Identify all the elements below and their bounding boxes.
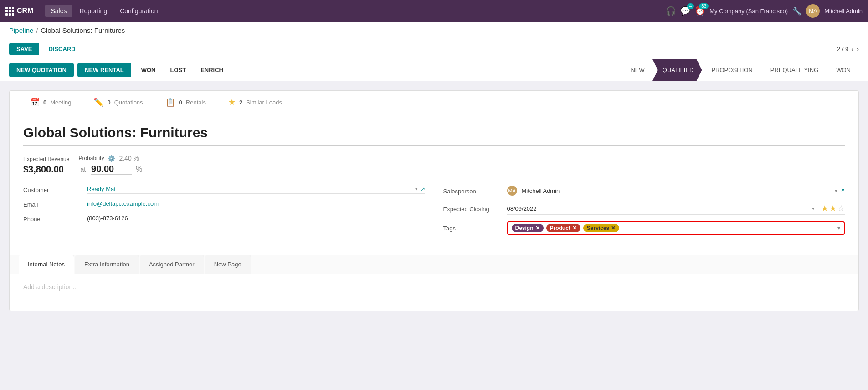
salesperson-field[interactable]: MA Mitchell Admin ▾ ↗ [507, 186, 845, 197]
tag-services-label: Services [587, 225, 609, 231]
similar-leads-star-icon: ★ [228, 97, 236, 107]
lost-button[interactable]: LOST [164, 63, 193, 77]
discard-button[interactable]: DISCARD [43, 43, 81, 55]
tags-field[interactable]: Design ✕ Product ✕ Services ✕ ▾ [507, 221, 845, 235]
stat-rentals[interactable]: 📋 0 Rentals [154, 91, 217, 114]
stage-qualified[interactable]: QUALIFIED [652, 59, 702, 81]
expected-closing-field[interactable]: 08/09/2022 ▾ ★ ★ ☆ [507, 203, 845, 215]
tag-product: Product ✕ [546, 224, 580, 232]
main-content: 📅 0 Meeting ✏️ 0 Quotations 📋 0 Rentals … [0, 81, 868, 320]
breadcrumb: Pipeline / Global Solutions: Furnitures [0, 22, 868, 39]
tab-new-page[interactable]: New Page [205, 255, 251, 274]
tab-content: Add a description... [10, 274, 858, 311]
probability-label: Probability [78, 155, 104, 161]
salesperson-avatar: MA [507, 186, 517, 196]
tab-internal-notes[interactable]: Internal Notes [19, 255, 74, 274]
chat-badge: 4 [687, 3, 694, 9]
avatar[interactable]: MA [806, 4, 820, 18]
menu-sales[interactable]: Sales [45, 5, 72, 17]
customer-dropdown-icon[interactable]: ▾ [415, 186, 418, 192]
email-value: info@deltapc.example.com [87, 200, 425, 207]
stat-meeting[interactable]: 📅 0 Meeting [19, 91, 82, 114]
grid-icon [5, 7, 14, 16]
enrich-button[interactable]: ENRICH [194, 63, 230, 77]
tag-design-label: Design [515, 225, 534, 231]
at-label: at [80, 166, 86, 173]
star-2[interactable]: ★ [829, 203, 837, 213]
deal-title[interactable]: Global Solutions: Furnitures [23, 125, 845, 146]
status-bar: NEW QUOTATION NEW RENTAL WON LOST ENRICH… [0, 59, 868, 81]
salesperson-dropdown-icon[interactable]: ▾ [835, 188, 837, 194]
tab-assigned-partner[interactable]: Assigned Partner [140, 255, 204, 274]
salesperson-row: Salesperson MA Mitchell Admin ▾ ↗ [443, 186, 845, 197]
stage-proposition[interactable]: PROPOSITION [701, 59, 760, 81]
tag-services-remove[interactable]: ✕ [611, 225, 616, 231]
new-quotation-button[interactable]: NEW QUOTATION [9, 63, 74, 77]
rentals-count: 0 [179, 99, 182, 106]
col-left: Customer Ready Mat ▾ ↗ Email info@deltap… [23, 186, 425, 235]
tab-extra-information[interactable]: Extra Information [75, 255, 139, 274]
form-body: Global Solutions: Furnitures Expected Re… [10, 114, 858, 255]
expected-closing-row: Expected Closing 08/09/2022 ▾ ★ ★ ☆ [443, 203, 845, 215]
clock-icon[interactable]: ⏰ 33 [695, 6, 705, 16]
meeting-label: Meeting [50, 99, 71, 106]
next-arrow[interactable]: › [857, 45, 859, 53]
tag-design-remove[interactable]: ✕ [535, 225, 540, 231]
app-name: CRM [17, 7, 33, 15]
app-logo[interactable]: CRM [5, 7, 41, 16]
star-3[interactable]: ☆ [837, 203, 845, 213]
breadcrumb-separator: / [36, 27, 38, 34]
stage-new[interactable]: NEW [624, 59, 652, 81]
email-field[interactable]: info@deltapc.example.com [87, 200, 425, 208]
priority-stars: ★ ★ ☆ [821, 203, 845, 213]
quotation-icon: ✏️ [93, 97, 103, 107]
two-col-form: Customer Ready Mat ▾ ↗ Email info@deltap… [23, 186, 845, 235]
new-rental-button[interactable]: NEW RENTAL [77, 63, 131, 77]
expected-revenue-label: Expected Revenue [23, 156, 69, 162]
customer-field[interactable]: Ready Mat ▾ ↗ [87, 186, 425, 194]
stage-won[interactable]: WON [826, 59, 859, 81]
probability-gear-icon[interactable]: ⚙️ [108, 155, 115, 162]
expected-revenue-value[interactable]: $3,800.00 [23, 164, 69, 175]
settings-icon[interactable]: 🔧 [792, 7, 801, 16]
customer-value: Ready Mat [87, 186, 412, 192]
tags-dropdown-icon[interactable]: ▾ [837, 225, 840, 231]
company-name: My Company (San Francisco) [709, 8, 788, 15]
breadcrumb-current: Global Solutions: Furnitures [41, 26, 125, 34]
breadcrumb-parent[interactable]: Pipeline [9, 26, 33, 34]
phone-field[interactable]: (803)-873-6126 [87, 215, 425, 223]
tag-services: Services ✕ [583, 224, 619, 232]
salesperson-value: Mitchell Admin [522, 187, 832, 194]
probability-label-row: Probability ⚙️ 2.40 % [78, 155, 142, 162]
tag-product-remove[interactable]: ✕ [572, 225, 577, 231]
chat-icon[interactable]: 💬 4 [680, 6, 690, 16]
col-right: Salesperson MA Mitchell Admin ▾ ↗ Expect… [443, 186, 845, 235]
salesperson-ext-link-icon[interactable]: ↗ [840, 187, 845, 194]
similar-leads-count: 2 [239, 99, 242, 106]
tag-design: Design ✕ [512, 224, 544, 232]
headset-icon[interactable]: 🎧 [666, 6, 676, 16]
tags-label: Tags [443, 225, 503, 232]
quotations-label: Quotations [114, 99, 143, 106]
menu-configuration[interactable]: Configuration [114, 5, 163, 17]
star-1[interactable]: ★ [821, 203, 828, 213]
stage-prequalifying[interactable]: PREQUALIFYING [760, 59, 827, 81]
tags-row: Tags Design ✕ Product ✕ Services [443, 221, 845, 235]
menu-reporting[interactable]: Reporting [74, 5, 113, 17]
customer-ext-link-icon[interactable]: ↗ [421, 186, 425, 192]
rentals-label: Rentals [186, 99, 206, 106]
add-description-placeholder[interactable]: Add a description... [23, 283, 78, 291]
action-bar: SAVE DISCARD 2 / 9 ‹ › [0, 39, 868, 59]
probability-input[interactable] [91, 164, 132, 175]
expected-revenue-group: Expected Revenue $3,800.00 [23, 156, 69, 175]
stat-similar-leads[interactable]: ★ 2 Similar Leads [217, 91, 293, 114]
stat-quotations[interactable]: ✏️ 0 Quotations [82, 91, 154, 114]
expected-closing-dropdown-icon[interactable]: ▾ [812, 206, 815, 212]
prev-arrow[interactable]: ‹ [851, 45, 853, 53]
clock-badge: 33 [699, 3, 709, 9]
won-button[interactable]: WON [135, 63, 162, 77]
phone-label: Phone [23, 216, 82, 223]
pct-symbol: % [136, 165, 142, 173]
revenue-row: Expected Revenue $3,800.00 Probability ⚙… [23, 155, 845, 175]
save-button[interactable]: SAVE [9, 43, 39, 55]
